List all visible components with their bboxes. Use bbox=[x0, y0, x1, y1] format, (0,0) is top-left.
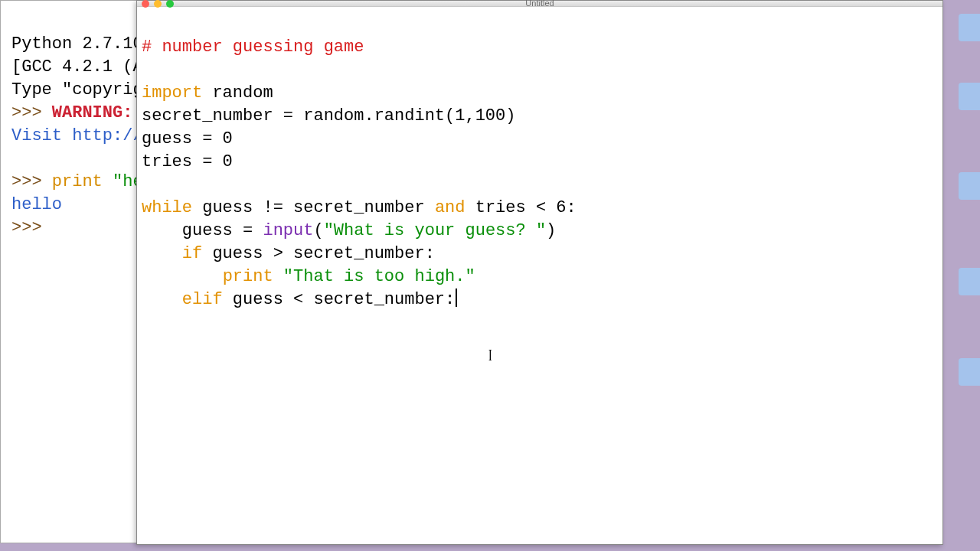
shell-type-string: "copyrig bbox=[62, 80, 143, 99]
desktop: Python 2.7.10 [GCC 4.2.1 (A Type "copyri… bbox=[0, 0, 980, 551]
code-text: tries < 6: bbox=[465, 198, 576, 217]
code-text: guess = bbox=[142, 221, 263, 240]
code-text: secret_number = random.randint(1,100) bbox=[142, 106, 515, 126]
shell-prompt: >>> bbox=[11, 172, 52, 191]
code-text: guess < secret_number: bbox=[223, 290, 456, 309]
code-keyword-import: import bbox=[142, 83, 202, 103]
code-keyword-while: while bbox=[142, 198, 192, 217]
code-text bbox=[142, 244, 182, 263]
code-string: "That is too high." bbox=[283, 267, 475, 286]
shell-type-prefix: Type bbox=[11, 80, 62, 99]
shell-print-keyword: print bbox=[52, 172, 103, 191]
code-builtin-input: input bbox=[263, 221, 313, 240]
text-cursor bbox=[456, 289, 457, 307]
code-keyword-print: print bbox=[223, 267, 273, 286]
shell-output: hello bbox=[11, 195, 62, 214]
code-text: ) bbox=[546, 221, 556, 240]
code-keyword-if: if bbox=[182, 244, 202, 263]
shell-prompt: >>> bbox=[11, 103, 52, 122]
editor-window[interactable]: Untitled # number guessing game import r… bbox=[136, 0, 943, 545]
code-text: guess = 0 bbox=[142, 129, 233, 148]
code-keyword-and: and bbox=[435, 198, 466, 217]
code-string: "What is your guess? " bbox=[324, 221, 546, 240]
code-comment: # number guessing game bbox=[142, 37, 364, 57]
code-text: guess > secret_number: bbox=[202, 244, 435, 263]
shell-warning: WARNING: bbox=[52, 103, 133, 122]
shell-prompt[interactable]: >>> bbox=[11, 218, 52, 237]
code-editor[interactable]: # number guessing game import random sec… bbox=[137, 7, 942, 544]
code-text bbox=[142, 290, 182, 309]
shell-visit-line: Visit http:// bbox=[11, 126, 143, 145]
code-text bbox=[273, 267, 283, 286]
code-text bbox=[142, 267, 223, 286]
code-text: ( bbox=[313, 221, 323, 240]
editor-titlebar[interactable]: Untitled bbox=[137, 1, 942, 7]
desktop-right-tabs bbox=[949, 0, 980, 551]
mouse-ibeam-cursor: I bbox=[488, 347, 492, 364]
code-keyword-elif: elif bbox=[182, 290, 223, 309]
code-text: tries = 0 bbox=[142, 152, 233, 171]
code-text: random bbox=[202, 83, 273, 103]
code-text: guess != secret_number bbox=[192, 198, 435, 217]
shell-banner-line2: [GCC 4.2.1 (A bbox=[11, 57, 143, 77]
shell-banner-line1: Python 2.7.10 bbox=[11, 34, 143, 54]
